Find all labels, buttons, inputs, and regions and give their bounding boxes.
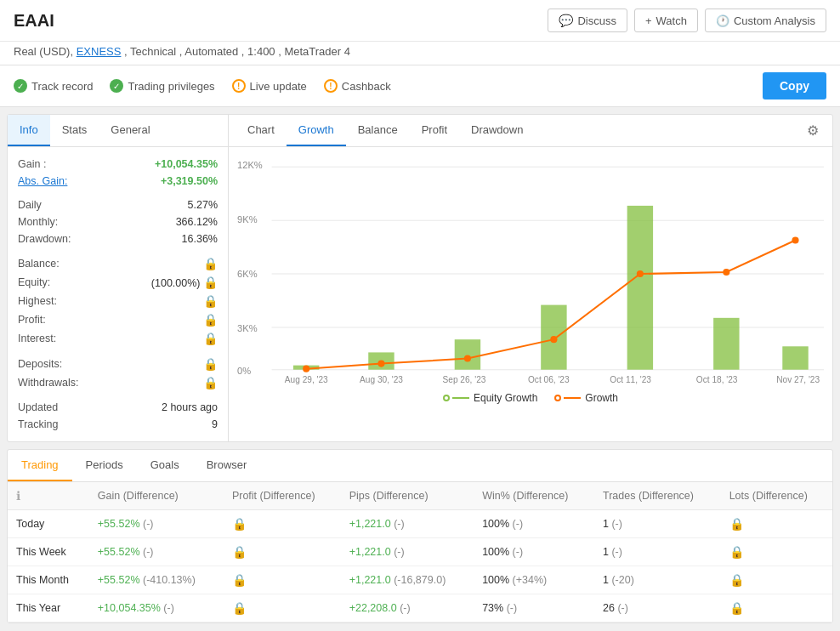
highest-row: Highest: 🔒 xyxy=(18,292,218,310)
svg-text:Sep 26, '23: Sep 26, '23 xyxy=(443,375,486,384)
legend-growth: Growth xyxy=(554,392,618,404)
lots-today: 🔒 xyxy=(721,510,832,538)
tab-trading[interactable]: Trading xyxy=(8,450,72,481)
svg-text:Oct 11, '23: Oct 11, '23 xyxy=(610,375,651,384)
cashback-label: Cashback xyxy=(342,80,391,93)
monthly-value: 366.12% xyxy=(176,216,218,228)
tab-balance[interactable]: Balance xyxy=(346,115,410,146)
trades-week: 1 (-) xyxy=(594,538,721,566)
equity-label: Equity: xyxy=(18,276,50,288)
trades-year: 26 (-) xyxy=(594,594,721,622)
track-record-label: Track record xyxy=(31,80,93,93)
svg-rect-12 xyxy=(455,339,480,370)
svg-point-22 xyxy=(723,269,729,276)
gain-value: +10,054.35% xyxy=(155,158,218,170)
trading-privileges-icon: ✓ xyxy=(110,79,123,93)
chart-svg: 12K% 9K% 6K% 3K% 0% xyxy=(237,156,824,385)
equity-row: Equity: (100.00%) 🔒 xyxy=(18,273,218,292)
tab-browser[interactable]: Browser xyxy=(193,450,261,481)
pips-today: +1,221.0 (-) xyxy=(341,510,474,538)
col-lots: Lots (Difference) xyxy=(721,482,832,510)
subtitle: Real (USD), EXNESS , Technical , Automat… xyxy=(0,42,840,65)
deposits-label: Deposits: xyxy=(18,358,62,370)
equity-growth-legend-icon xyxy=(443,395,450,401)
svg-rect-15 xyxy=(713,318,739,370)
tab-profit[interactable]: Profit xyxy=(410,115,459,146)
chart-legend: Equity Growth Growth xyxy=(237,388,824,408)
tab-goals[interactable]: Goals xyxy=(137,450,193,481)
profit-year: 🔒 xyxy=(224,594,341,622)
chart-settings-icon[interactable]: ⚙ xyxy=(800,116,826,145)
table-row: This Year +10,054.35% (-) 🔒 +22,208.0 (-… xyxy=(8,594,832,622)
lots-month: 🔒 xyxy=(721,566,832,594)
discuss-icon: 💬 xyxy=(559,14,573,27)
col-info: ℹ xyxy=(8,482,89,510)
withdrawals-label: Withdrawals: xyxy=(18,377,79,389)
right-panel: Chart Growth Balance Profit Drawdown ⚙ 1… xyxy=(229,115,832,441)
periods-table: ℹ Gain (Difference) Profit (Difference) … xyxy=(8,482,832,622)
trading-privileges-badge: ✓ Trading privileges xyxy=(110,79,214,93)
deposits-row: Deposits: 🔒 xyxy=(18,355,218,373)
tab-growth[interactable]: Growth xyxy=(287,115,346,146)
svg-point-23 xyxy=(792,236,798,243)
withdrawals-lock-icon: 🔒 xyxy=(203,376,218,389)
app-title: EAAI xyxy=(14,11,54,31)
svg-text:Oct 18, '23: Oct 18, '23 xyxy=(696,375,738,384)
svg-text:0%: 0% xyxy=(237,366,251,376)
svg-text:6K%: 6K% xyxy=(237,269,258,279)
monthly-row: Monthly: 366.12% xyxy=(18,213,218,230)
svg-text:Aug 29, '23: Aug 29, '23 xyxy=(285,375,328,384)
main-container: EAAI 💬 Discuss + Watch 🕐 Custom Analysis… xyxy=(0,0,840,623)
exness-link[interactable]: EXNESS xyxy=(77,45,122,58)
svg-text:Oct 06, '23: Oct 06, '23 xyxy=(528,375,570,384)
highest-lock-icon: 🔒 xyxy=(203,294,218,308)
tracking-row: Tracking 9 xyxy=(18,416,218,433)
trades-month: 1 (-20) xyxy=(594,566,721,594)
growth-legend-icon xyxy=(554,395,561,401)
equity-lock-icon: 🔒 xyxy=(203,276,218,289)
live-update-badge: ! Live update xyxy=(232,79,307,93)
daily-label: Daily xyxy=(18,199,42,211)
period-year: This Year xyxy=(8,594,89,622)
table-row: Today +55.52% (-) 🔒 +1,221.0 (-) 100% (-… xyxy=(8,510,832,538)
svg-text:Nov 27, '23: Nov 27, '23 xyxy=(776,375,820,384)
withdrawals-row: Withdrawals: 🔒 xyxy=(18,373,218,392)
svg-text:9K%: 9K% xyxy=(237,214,258,225)
profit-lock-week: 🔒 xyxy=(232,545,247,559)
abs-gain-link[interactable]: Abs. Gain: xyxy=(18,175,67,187)
equity-growth-legend-label: Equity Growth xyxy=(474,392,537,404)
bottom-tabs: Trading Periods Goals Browser xyxy=(8,450,832,482)
daily-row: Daily 5.27% xyxy=(18,196,218,213)
svg-point-18 xyxy=(377,361,384,367)
track-record-badge: ✓ Track record xyxy=(14,79,93,93)
tab-general[interactable]: General xyxy=(99,115,162,146)
svg-point-17 xyxy=(303,366,309,372)
svg-text:3K%: 3K% xyxy=(237,323,258,333)
copy-button[interactable]: Copy xyxy=(763,72,826,99)
table-row: This Week +55.52% (-) 🔒 +1,221.0 (-) 100… xyxy=(8,538,832,566)
watch-button[interactable]: + Watch xyxy=(634,9,698,32)
tab-info[interactable]: Info xyxy=(8,115,50,146)
cashback-badge: ! Cashback xyxy=(324,79,391,93)
lots-lock-today: 🔒 xyxy=(729,517,744,531)
abs-gain-row: Abs. Gain: +3,319.50% xyxy=(18,173,218,190)
drawdown-label: Drawdown: xyxy=(18,233,71,245)
balance-label: Balance: xyxy=(18,258,60,270)
lots-lock-week: 🔒 xyxy=(729,545,744,559)
col-pips: Pips (Difference) xyxy=(341,482,474,510)
discuss-button[interactable]: 💬 Discuss xyxy=(548,9,627,32)
win-today: 100% (-) xyxy=(474,510,594,538)
monthly-label: Monthly: xyxy=(18,216,58,228)
col-trades: Trades (Difference) xyxy=(594,482,721,510)
tab-stats[interactable]: Stats xyxy=(50,115,99,146)
info-icon[interactable]: ℹ xyxy=(16,489,20,503)
stats-content: Gain : +10,054.35% Abs. Gain: +3,319.50%… xyxy=(8,147,228,441)
gain-year: +10,054.35% (-) xyxy=(89,594,224,622)
tab-drawdown[interactable]: Drawdown xyxy=(459,115,535,146)
gain-week: +55.52% (-) xyxy=(89,538,224,566)
tab-periods[interactable]: Periods xyxy=(72,450,137,481)
custom-analysis-button[interactable]: 🕐 Custom Analysis xyxy=(705,9,826,32)
col-win: Win% (Difference) xyxy=(474,482,594,510)
tab-chart[interactable]: Chart xyxy=(236,115,287,146)
col-gain: Gain (Difference) xyxy=(89,482,224,510)
